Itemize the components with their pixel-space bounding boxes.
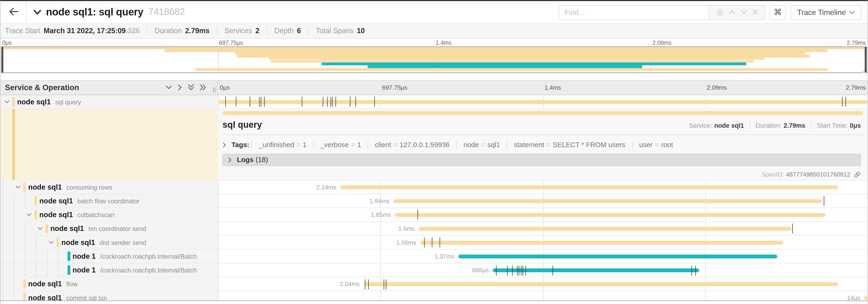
span-log-tick [792, 224, 793, 234]
minimap-span-bar [195, 68, 827, 70]
span-tree-cell[interactable]: node sql1batch flow coordinator [0, 194, 218, 207]
target-icon[interactable] [716, 9, 723, 16]
span-collapse-chevron-down-icon[interactable] [27, 213, 32, 216]
span-log-tick [332, 97, 333, 107]
span-bar-cell[interactable]: 1.84ms [218, 194, 868, 207]
span-collapse-chevron-down-icon[interactable] [4, 100, 9, 103]
span-bar[interactable] [420, 241, 783, 245]
span-row[interactable]: node sql1flow2.04ms [0, 277, 867, 291]
ruler-tick-label: 0μs [220, 84, 230, 90]
keyboard-shortcuts-button[interactable]: ⌘ [769, 5, 786, 20]
tag-equals: = [351, 141, 355, 148]
stat-value: 2.79ms [784, 122, 805, 129]
summary-value: 10 [357, 27, 365, 35]
tags-accordion[interactable]: Tags:_unfinished=1_verbose=1client=127.0… [223, 140, 863, 150]
span-collapse-chevron-down-icon[interactable] [49, 241, 54, 244]
span-collapse-chevron-down-icon[interactable] [38, 227, 42, 230]
span-color-accent [56, 238, 59, 247]
span-bar[interactable] [493, 269, 699, 272]
expand-all-double-chevron-right-icon[interactable] [200, 84, 207, 91]
column-resizer-grip[interactable] [213, 87, 216, 92]
span-bar-cell[interactable]: 1.85ms [218, 208, 868, 221]
span-tree-cell[interactable]: node sql1sql query [0, 95, 218, 108]
timeline-minimap[interactable] [1, 46, 867, 73]
prev-result-chevron-up-icon[interactable] [728, 10, 735, 14]
tag-equals: = [297, 141, 300, 148]
stat-label: Start Time: [817, 122, 848, 129]
span-row[interactable]: node sql1commit sql txn14μs [0, 291, 867, 301]
span-bar[interactable] [458, 255, 777, 259]
span-bar[interactable] [395, 213, 825, 217]
ruler-tick-label: 0μs [2, 39, 12, 45]
collapse-trace-chevron-down-icon[interactable] [33, 9, 41, 15]
span-bar-cell[interactable]: 886μs [218, 263, 868, 277]
span-log-tick [424, 238, 425, 248]
span-row[interactable]: node 1/cockroach.roachpb.Internal/Batch1… [0, 249, 867, 263]
tag-item: _verbose=1 [313, 141, 368, 148]
collapse-one-chevron-down-icon[interactable] [165, 85, 172, 90]
ruler-tick-label: 2.09ms [652, 39, 672, 45]
span-tree-cell[interactable]: node sql1flow [0, 277, 218, 291]
span-bar-cell[interactable]: 1.56ms [218, 236, 868, 249]
trace-view-selector[interactable]: Trace Timeline [790, 5, 861, 20]
span-bar[interactable] [340, 185, 838, 189]
span-row[interactable]: node sql1txn coordinator send1.6ms [0, 222, 867, 236]
span-bar-cell[interactable] [218, 95, 868, 108]
expand-one-chevron-right-icon[interactable] [178, 84, 182, 91]
span-tree-cell[interactable]: node 1/cockroach.roachpb.Internal/Batch [0, 263, 218, 277]
tag-equals: = [655, 141, 659, 148]
span-bar[interactable] [393, 199, 821, 203]
minimap-left-scrubber-handle[interactable] [2, 47, 3, 72]
tag-equals: = [393, 141, 397, 148]
span-row[interactable]: node sql1colbatchscan1.85ms [0, 208, 867, 222]
selected-span-bar[interactable] [223, 111, 863, 115]
span-color-accent [12, 97, 15, 106]
next-result-chevron-down-icon[interactable] [741, 10, 747, 14]
span-log-tick [350, 97, 350, 107]
minimap-right-scrubber-handle[interactable] [865, 47, 866, 72]
copy-link-icon[interactable] [854, 171, 861, 178]
tag-key: _verbose [320, 141, 349, 148]
span-bar-cell[interactable]: 14μs [218, 291, 868, 301]
span-bar-cell[interactable]: 1.6ms [218, 222, 868, 235]
trace-summary-bar: Trace StartMarch 31 2022, 17:25:09.326Du… [0, 23, 867, 38]
summary-label: Depth [275, 27, 293, 35]
span-row[interactable]: node sql1dist sender send1.56ms [0, 236, 867, 249]
logs-accordion[interactable]: Logs(18) [223, 154, 861, 166]
span-row[interactable]: node sql1consuming rows2.14ms [0, 180, 867, 194]
span-bar-cell[interactable]: 2.14ms [218, 180, 868, 194]
span-detail-header[interactable]: sql queryService:node sql1Duration:2.79m… [223, 120, 863, 130]
stat-value: node sql1 [714, 122, 744, 129]
service-label: node 1 [72, 252, 96, 261]
span-detail-panel: sql queryService:node sql1Duration:2.79m… [218, 109, 868, 179]
span-tree-cell[interactable]: node sql1colbatchscan [0, 208, 218, 221]
summary-value: 2.79ms [185, 27, 210, 35]
span-tree-cell[interactable]: node sql1consuming rows [0, 180, 218, 194]
stat-label: Service: [689, 122, 712, 129]
span-bar[interactable] [364, 282, 838, 286]
span-row[interactable]: node sql1batch flow coordinator1.84ms [0, 194, 867, 208]
span-tree-cell[interactable]: node sql1txn coordinator send [0, 222, 218, 235]
span-service-name: node 1/cockroach.roachpb.Internal/Batch [72, 252, 197, 261]
span-row[interactable]: node 1/cockroach.roachpb.Internal/Batch8… [0, 263, 867, 277]
span-bar-cell[interactable]: 2.04ms [218, 277, 868, 291]
span-tree-cell[interactable]: node sql1commit sql txn [0, 291, 218, 301]
span-log-tick [259, 97, 259, 107]
find-input[interactable] [558, 5, 709, 20]
span-bar-cell[interactable]: 1.37ms [218, 249, 868, 263]
tree-depth-guide [3, 263, 3, 277]
summary-value: 2 [255, 27, 259, 35]
span-tree-cell[interactable]: node 1/cockroach.roachpb.Internal/Batch [0, 249, 218, 263]
back-button[interactable] [0, 1, 26, 23]
clear-find-icon[interactable] [752, 9, 758, 15]
span-row[interactable]: node sql1sql query [0, 95, 867, 108]
summary-value-fraction: .326 [126, 27, 140, 35]
collapse-all-double-chevron-down-icon[interactable] [188, 84, 194, 91]
span-bar[interactable] [218, 100, 868, 104]
span-service-name: node sql1batch flow coordinator [39, 197, 140, 205]
span-bar[interactable] [419, 227, 791, 231]
span-collapse-chevron-down-icon[interactable] [16, 185, 20, 189]
tag-key: statement [514, 141, 544, 148]
span-bar[interactable] [864, 296, 868, 300]
span-tree-cell[interactable]: node sql1dist sender send [0, 236, 218, 249]
